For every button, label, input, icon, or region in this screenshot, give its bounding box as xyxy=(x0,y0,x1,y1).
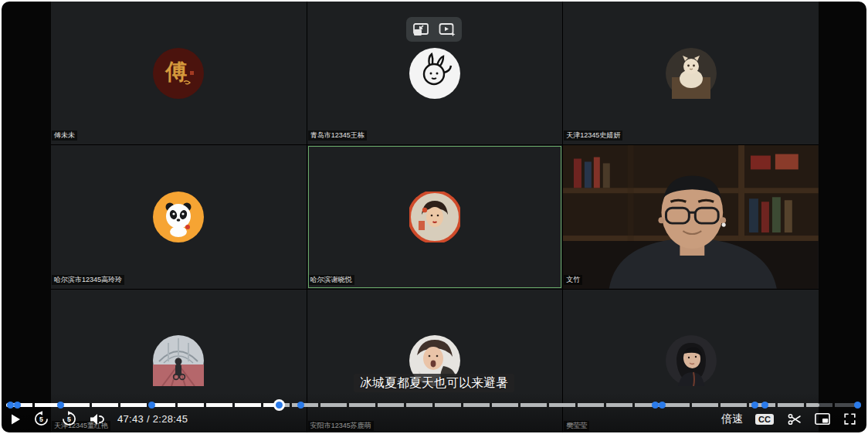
player-controls: 5 5 47:43 / 2:28:45 倍速 CC xyxy=(2,407,866,432)
volume-icon[interactable] xyxy=(89,412,104,426)
video-viewport[interactable]: 傅 傅未未 青岛市12345王栋 xyxy=(2,2,866,432)
participant-tile-haerbin-gao[interactable]: 哈尔滨市12345高玲玲 xyxy=(51,145,307,288)
svg-text:傅: 傅 xyxy=(164,59,187,84)
participant-name-label: 傅未未 xyxy=(52,131,77,141)
participant-tile-wenzhu-live[interactable]: 文竹 xyxy=(563,145,819,288)
rewind-5s-icon[interactable]: 5 xyxy=(33,411,49,427)
video-player-page: 傅 傅未未 青岛市12345王栋 xyxy=(0,0,868,434)
cat-photo-avatar xyxy=(666,48,717,99)
smart-clip-icon[interactable] xyxy=(438,21,456,38)
participant-tile-fuweiwei[interactable]: 傅 傅未未 xyxy=(51,2,307,144)
svg-text:5: 5 xyxy=(67,415,71,423)
participant-name-label: 哈尔滨市12345高玲玲 xyxy=(52,275,124,285)
participant-name-label: 青岛市12345王栋 xyxy=(308,131,367,141)
mini-player-icon[interactable] xyxy=(412,21,430,38)
time-display: 47:43 / 2:28:45 xyxy=(117,413,188,425)
live-camera-feed xyxy=(563,145,819,288)
participant-name-label: 哈尔滨谢晓悦 xyxy=(308,275,354,285)
subtitle-caption: 冰城夏都夏天也可以来避暑 xyxy=(354,374,514,392)
floating-toolbar xyxy=(406,17,462,42)
doodle-avatar xyxy=(409,48,460,99)
participant-name-label: 文竹 xyxy=(564,275,582,285)
panda-avatar xyxy=(153,192,204,242)
participant-name-label: 天津12345史婧妍 xyxy=(564,131,622,141)
clip-scissors-icon[interactable] xyxy=(786,412,802,427)
svg-text:5: 5 xyxy=(39,415,43,423)
corridor-photo-avatar xyxy=(153,335,204,386)
conference-grid: 傅 傅未未 青岛市12345王栋 xyxy=(51,2,819,432)
woman-portrait-photo-avatar xyxy=(666,335,717,386)
brand-fu-avatar: 傅 xyxy=(153,48,204,99)
participant-tile-haerbin-xie[interactable]: 哈尔滨谢晓悦 xyxy=(307,145,563,288)
forward-5s-icon[interactable]: 5 xyxy=(61,411,77,427)
closed-captions-button[interactable]: CC xyxy=(755,414,774,425)
play-icon[interactable] xyxy=(9,413,22,426)
participant-tile-tianjin-shi[interactable]: 天津12345史婧妍 xyxy=(563,2,819,144)
picture-in-picture-icon[interactable] xyxy=(814,412,831,426)
fullscreen-icon[interactable] xyxy=(843,412,857,426)
vintage-poster-avatar xyxy=(409,192,460,242)
playback-speed-button[interactable]: 倍速 xyxy=(721,412,743,426)
